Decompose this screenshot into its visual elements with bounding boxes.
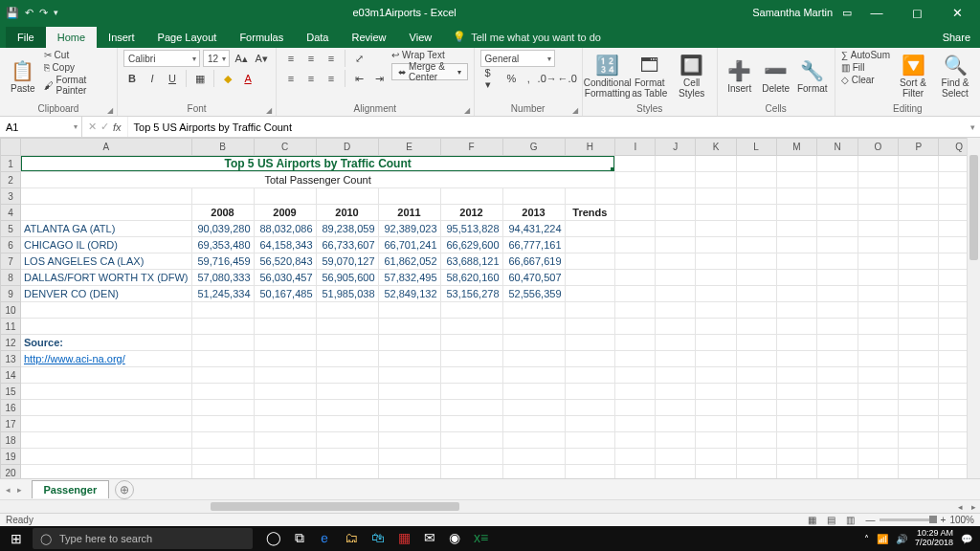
col-header-C[interactable]: C [254, 139, 316, 156]
row-header-5[interactable]: 5 [1, 221, 21, 237]
cell[interactable] [736, 156, 776, 172]
cell[interactable] [899, 351, 939, 367]
number-format-select[interactable]: General [480, 50, 555, 67]
zoom-slider[interactable] [880, 518, 937, 521]
cell[interactable] [656, 351, 696, 367]
conditional-formatting-button[interactable]: 🔢Conditional Formatting [589, 50, 627, 103]
cell-airport[interactable]: DENVER CO (DEN) [20, 286, 191, 302]
start-button[interactable]: ⊞ [0, 531, 33, 546]
cell[interactable] [615, 205, 656, 221]
cell[interactable] [565, 253, 615, 270]
cell[interactable] [615, 367, 656, 384]
cell[interactable] [254, 367, 316, 384]
cell-airport[interactable]: ATLANTA GA (ATL) [20, 221, 191, 237]
cell[interactable] [736, 172, 776, 188]
cell[interactable] [316, 335, 378, 351]
align-center-icon[interactable]: ≡ [302, 70, 320, 87]
font-name-select[interactable]: Calibri [123, 50, 200, 67]
cell[interactable] [696, 172, 736, 188]
align-bottom-icon[interactable]: ≡ [323, 50, 340, 67]
cell[interactable] [696, 156, 736, 172]
normal-view-icon[interactable]: ▦ [804, 515, 820, 525]
page-break-view-icon[interactable]: ▥ [842, 515, 858, 525]
cell[interactable] [899, 302, 939, 319]
cell[interactable] [736, 302, 776, 319]
cell[interactable] [696, 270, 736, 286]
tray-up-icon[interactable]: ˄ [864, 534, 869, 544]
cell[interactable] [696, 221, 736, 237]
cell[interactable] [615, 384, 656, 400]
cell[interactable] [776, 156, 817, 172]
cell[interactable] [817, 449, 858, 465]
page-layout-view-icon[interactable]: ▤ [823, 515, 839, 525]
cell[interactable] [817, 172, 858, 188]
cell-value[interactable]: 53,156,278 [440, 286, 502, 302]
cell[interactable] [615, 172, 656, 188]
cell[interactable] [565, 335, 615, 351]
cell-styles-button[interactable]: 🔲Cell Styles [673, 50, 711, 103]
cell[interactable] [191, 335, 254, 351]
cell[interactable] [316, 416, 378, 432]
fill-color-button[interactable]: ◆ [219, 70, 236, 87]
cell[interactable] [858, 449, 899, 465]
cell[interactable] [776, 253, 817, 270]
cell[interactable] [440, 351, 502, 367]
cell[interactable] [316, 302, 378, 319]
cell[interactable] [817, 156, 858, 172]
cell[interactable] [565, 367, 615, 384]
cell[interactable] [440, 449, 502, 465]
underline-button[interactable]: U [164, 70, 181, 87]
cell[interactable] [899, 237, 939, 253]
format-painter-button[interactable]: 🖌Format Painter [44, 75, 111, 96]
cell[interactable] [565, 270, 615, 286]
cell[interactable] [254, 384, 316, 400]
decrease-decimal-icon[interactable]: ←.0 [559, 70, 576, 87]
cell[interactable] [776, 384, 817, 400]
insert-cells-button[interactable]: ➕Insert [724, 50, 756, 103]
cell[interactable] [20, 432, 191, 449]
cell[interactable] [440, 384, 502, 400]
cell[interactable] [776, 367, 817, 384]
cell[interactable] [254, 432, 316, 449]
col-header-P[interactable]: P [899, 139, 939, 156]
cell[interactable] [736, 416, 776, 432]
cell[interactable] [378, 432, 440, 449]
cell[interactable] [656, 416, 696, 432]
tab-data[interactable]: Data [295, 27, 340, 48]
row-header-18[interactable]: 18 [1, 432, 21, 449]
cell[interactable] [736, 335, 776, 351]
cell[interactable] [858, 205, 899, 221]
cell[interactable] [565, 188, 615, 205]
cell[interactable] [736, 400, 776, 416]
autosum-button[interactable]: ∑AutoSum [841, 50, 890, 60]
cell[interactable] [858, 302, 899, 319]
cell[interactable] [502, 432, 565, 449]
align-left-icon[interactable]: ≡ [282, 70, 300, 87]
cell[interactable] [656, 237, 696, 253]
cell-year[interactable]: 2011 [378, 205, 440, 221]
vertical-scrollbar[interactable] [967, 138, 980, 499]
cell[interactable] [899, 221, 939, 237]
select-all-corner[interactable] [1, 139, 21, 156]
row-header-13[interactable]: 13 [1, 351, 21, 367]
cell[interactable] [736, 351, 776, 367]
align-right-icon[interactable]: ≡ [323, 70, 340, 87]
minimize-button[interactable]: — [861, 6, 892, 20]
cell[interactable] [191, 400, 254, 416]
cell[interactable] [776, 335, 817, 351]
cell[interactable] [378, 384, 440, 400]
paste-button[interactable]: 📋 Paste [6, 50, 40, 103]
cell-source-link[interactable]: http://www.aci-na.org/ [20, 351, 191, 367]
fx-icon[interactable]: fx [113, 121, 122, 133]
cell-year[interactable]: 2013 [502, 205, 565, 221]
cut-button[interactable]: ✂Cut [44, 50, 111, 60]
cell[interactable] [858, 335, 899, 351]
cell[interactable] [899, 449, 939, 465]
cell-year[interactable]: 2012 [440, 205, 502, 221]
cell-title[interactable]: Top 5 US Airports by Traffic Count [20, 156, 614, 172]
row-header-14[interactable]: 14 [1, 367, 21, 384]
cell-trends[interactable]: Trends [565, 205, 615, 221]
cell[interactable] [378, 449, 440, 465]
cell[interactable] [656, 319, 696, 335]
expand-formula-bar-icon[interactable]: ▾ [965, 122, 980, 132]
